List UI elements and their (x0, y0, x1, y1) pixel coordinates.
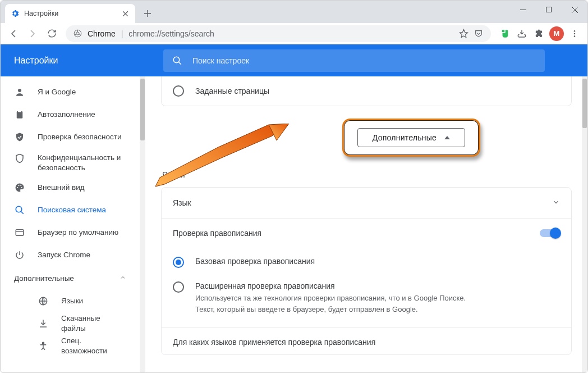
new-tab-button[interactable] (140, 6, 155, 21)
languages-section-title: Языки (161, 170, 572, 187)
evernote-icon[interactable] (499, 28, 511, 40)
browser-tab[interactable]: Настройки (5, 4, 135, 23)
svg-point-17 (43, 342, 44, 344)
sidebar-item-label: Скачанные файлы (61, 313, 126, 334)
settings-header: Настройки (1, 44, 587, 76)
sidebar-item-label: Запуск Chrome (38, 250, 90, 260)
sidebar-item-label: Спец. возможности (61, 336, 126, 356)
accessibility-icon (38, 340, 49, 352)
svg-point-6 (173, 57, 180, 63)
spellcheck-basic-option[interactable]: Базовая проверка правописания (173, 250, 560, 275)
content-scroll-thumb[interactable] (582, 79, 587, 128)
svg-point-5 (574, 35, 576, 37)
sidebar-item-search-engine[interactable]: Поисковая система (1, 199, 140, 221)
sidebar-item-downloads[interactable]: Скачанные файлы (1, 312, 140, 335)
advanced-highlight: Дополнительные (273, 119, 549, 157)
minimize-button[interactable] (510, 1, 536, 19)
sidebar-item-label: Поисковая система (38, 205, 106, 215)
content-area: Заданные страницы Дополнительные Языки Я… (145, 76, 587, 373)
svg-point-13 (21, 187, 22, 188)
advanced-toggle-button[interactable]: Дополнительные (357, 128, 465, 147)
settings-search-input[interactable] (192, 56, 536, 65)
extensions-icon[interactable] (532, 28, 545, 40)
profile-avatar[interactable]: M (549, 26, 564, 41)
triangle-up-icon (444, 136, 450, 139)
sidebar-item-default-browser[interactable]: Браузер по умолчанию (1, 221, 140, 244)
radio-checked-icon[interactable] (173, 257, 184, 268)
chevron-up-icon (120, 274, 126, 283)
window-controls (510, 1, 587, 19)
palette-icon (14, 182, 25, 193)
sidebar-item-autofill[interactable]: Автозаполнение (1, 103, 140, 126)
url-path: chrome://settings/search (128, 29, 214, 38)
tab-title: Настройки (24, 10, 58, 17)
svg-point-4 (574, 33, 576, 34)
svg-point-11 (19, 185, 20, 186)
tab-strip: Настройки (1, 1, 587, 23)
sidebar-scroll-thumb[interactable] (140, 79, 145, 140)
language-row[interactable]: Язык (162, 188, 571, 218)
sidebar-scrollbar[interactable] (140, 76, 145, 373)
radio-unchecked-icon[interactable] (173, 85, 184, 97)
url-separator: | (118, 29, 127, 38)
sidebar-item-label: Внешний вид (38, 183, 85, 193)
sidebar-item-label: Конфиденциальность и безопасность (38, 153, 126, 173)
svg-point-14 (16, 206, 22, 212)
startup-option-row[interactable]: Заданные страницы (162, 76, 571, 106)
content-scrollbar[interactable] (582, 76, 587, 373)
enhanced-option-label: Расширенная проверка правописания (195, 281, 487, 290)
settings-search[interactable] (163, 49, 545, 72)
spellcheck-label: Проверка правописания (173, 229, 261, 238)
person-icon (14, 87, 25, 98)
svg-point-12 (20, 185, 21, 186)
sidebar-item-privacy[interactable]: Конфиденциальность и безопасность (1, 148, 140, 176)
sidebar-item-label: Проверка безопасности (38, 132, 122, 142)
sidebar-item-languages[interactable]: Языки (1, 290, 140, 312)
sidebar-item-safety[interactable]: Проверка безопасности (1, 126, 140, 148)
sidebar-item-label: Автозаполнение (38, 110, 95, 120)
languages-card: Язык Проверка правописания Базовая прове… (161, 187, 572, 355)
svg-rect-0 (546, 7, 551, 12)
sidebar-item-accessibility[interactable]: Спец. возможности (1, 335, 140, 357)
download-icon[interactable] (516, 28, 528, 40)
download-icon (38, 318, 49, 329)
advanced-button-label: Дополнительные (373, 133, 437, 142)
basic-option-label: Базовая проверка правописания (195, 257, 315, 266)
sidebar-item-you-google[interactable]: Я и Google (1, 81, 140, 103)
close-window-button[interactable] (562, 1, 587, 19)
menu-icon[interactable] (568, 28, 581, 40)
reload-button[interactable] (43, 25, 60, 42)
sidebar-item-label: Браузер по умолчанию (38, 228, 118, 238)
back-button[interactable] (5, 25, 22, 42)
sidebar-section-label: Дополнительные (14, 274, 74, 283)
spellcheck-enhanced-option[interactable]: Расширенная проверка правописания Исполь… (173, 275, 560, 321)
spellcheck-row: Проверка правописания (162, 219, 571, 248)
url-scheme: Chrome (88, 29, 116, 38)
gear-icon (11, 9, 20, 18)
star-icon[interactable] (459, 29, 468, 38)
settings-title: Настройки (14, 56, 152, 66)
radio-unchecked-icon[interactable] (173, 281, 184, 293)
clipboard-icon (14, 109, 25, 120)
sidebar-item-label: Языки (61, 296, 83, 306)
main-layout: Я и Google Автозаполнение Проверка безоп… (1, 76, 587, 373)
svg-point-2 (76, 32, 79, 35)
chrome-icon (74, 29, 82, 38)
startup-card: Заданные страницы (161, 76, 572, 106)
spellcheck-toggle[interactable] (540, 229, 560, 237)
maximize-button[interactable] (536, 1, 562, 19)
window-icon (14, 227, 25, 238)
svg-point-10 (17, 187, 18, 188)
sidebar-section-advanced[interactable]: Дополнительные (1, 266, 140, 290)
spellcheck-languages-row[interactable]: Для каких языков применяется проверка пр… (162, 327, 571, 354)
address-bar[interactable]: Chrome | chrome://settings/search (66, 25, 491, 42)
svg-rect-9 (18, 111, 21, 112)
sidebar-item-startup[interactable]: Запуск Chrome (1, 244, 140, 266)
annotation-box: Дополнительные (342, 119, 480, 157)
sidebar-item-appearance[interactable]: Внешний вид (1, 176, 140, 199)
pocket-icon[interactable] (474, 29, 483, 38)
forward-button[interactable] (24, 25, 41, 42)
extension-icons: M (497, 26, 583, 41)
tab-close-icon[interactable] (121, 9, 130, 18)
spellcheck-options: Базовая проверка правописания Расширенна… (162, 248, 571, 327)
